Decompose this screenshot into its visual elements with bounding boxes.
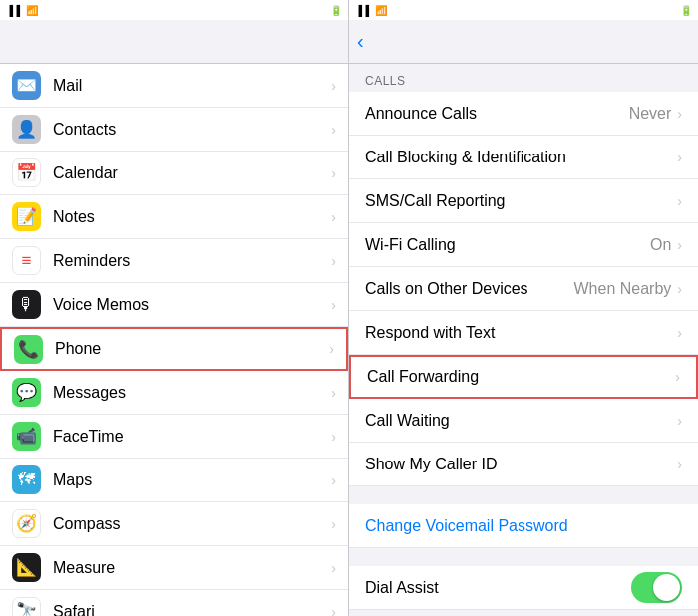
settings-item-reminders[interactable]: ≡ Reminders › <box>0 239 348 283</box>
phone-label-announce-calls: Announce Calls <box>365 105 629 123</box>
battery-right: 🔋 <box>677 5 692 16</box>
phone-item-call-forwarding[interactable]: Call Forwarding › <box>349 355 698 399</box>
settings-item-facetime[interactable]: 📹 FaceTime › <box>0 415 348 459</box>
phone-label-wifi-calling: Wi-Fi Calling <box>365 236 650 254</box>
chevron-compass: › <box>331 516 336 532</box>
label-voicememos: Voice Memos <box>53 296 331 314</box>
phone-label-calls-other-devices: Calls on Other Devices <box>365 280 574 298</box>
phone-item-wifi-calling[interactable]: Wi-Fi Calling On › <box>349 223 698 267</box>
settings-item-compass[interactable]: 🧭 Compass › <box>0 502 348 546</box>
label-calendar: Calendar <box>53 164 331 182</box>
phone-label-show-caller-id: Show My Caller ID <box>365 456 677 473</box>
section-gap-1 <box>349 486 698 504</box>
nav-bar-right: ‹ <box>349 20 698 64</box>
chevron-facetime: › <box>331 429 336 445</box>
icon-mail: ✉️ <box>12 71 41 100</box>
icon-reminders: ≡ <box>12 246 41 275</box>
phone-item-calls-other-devices[interactable]: Calls on Other Devices When Nearby › <box>349 267 698 311</box>
phone-chevron-announce-calls: › <box>677 106 682 122</box>
label-reminders: Reminders <box>53 252 331 270</box>
nav-bar-left <box>0 20 348 64</box>
phone-label-sms-call-reporting: SMS/Call Reporting <box>365 192 677 210</box>
chevron-maps: › <box>331 472 336 488</box>
label-facetime: FaceTime <box>53 428 331 446</box>
icon-phone: 📞 <box>14 335 43 364</box>
back-button[interactable]: ‹ <box>357 30 366 53</box>
label-safari: Safari <box>53 603 331 617</box>
dial-assist-toggle[interactable] <box>631 572 682 603</box>
phone-item-sms-call-reporting[interactable]: SMS/Call Reporting › <box>349 179 698 223</box>
chevron-phone: › <box>329 341 334 357</box>
phone-label-respond-with-text: Respond with Text <box>365 324 677 342</box>
label-compass: Compass <box>53 515 331 533</box>
label-maps: Maps <box>53 471 331 489</box>
phone-label-call-forwarding: Call Forwarding <box>367 368 675 386</box>
settings-item-messages[interactable]: 💬 Messages › <box>0 371 348 415</box>
chevron-notes: › <box>331 209 336 225</box>
status-bar-right: ▐▐ 📶 🔋 <box>349 0 698 20</box>
phone-chevron-sms-call-reporting: › <box>677 193 682 209</box>
settings-item-phone[interactable]: 📞 Phone › <box>0 327 348 371</box>
battery-icon-right: 🔋 <box>680 5 692 16</box>
label-mail: Mail <box>53 77 331 95</box>
phone-item-show-caller-id[interactable]: Show My Caller ID › <box>349 443 698 486</box>
chevron-measure: › <box>331 560 336 576</box>
dial-assist-toggle-container <box>631 572 682 603</box>
phone-label-call-waiting: Call Waiting <box>365 412 677 430</box>
chevron-calendar: › <box>331 165 336 181</box>
dial-assist-item[interactable]: Dial Assist <box>349 566 698 610</box>
settings-item-contacts[interactable]: 👤 Contacts › <box>0 108 348 152</box>
icon-safari: 🔭 <box>12 597 41 616</box>
chevron-mail: › <box>331 78 336 94</box>
section-gap-2 <box>349 548 698 566</box>
settings-item-safari[interactable]: 🔭 Safari › <box>0 590 348 616</box>
right-panel: ▐▐ 📶 🔋 ‹ CALLS Announce Calls Never › Ca… <box>349 0 698 616</box>
chevron-contacts: › <box>331 122 336 138</box>
phone-value-wifi-calling: On <box>650 236 671 254</box>
icon-notes: 📝 <box>12 202 41 231</box>
section-header-calls: CALLS <box>349 64 698 92</box>
voicemail-password-item[interactable]: Change Voicemail Password <box>349 504 698 548</box>
status-bar-left: ▐▐ 📶 🔋 <box>0 0 348 20</box>
phone-value-announce-calls: Never <box>629 105 672 123</box>
settings-item-maps[interactable]: 🗺 Maps › <box>0 459 348 502</box>
battery-icon-left: 🔋 <box>330 5 342 16</box>
voicemail-label: Change Voicemail Password <box>365 517 568 535</box>
back-chevron-icon: ‹ <box>357 30 364 53</box>
carrier-left: ▐▐ 📶 <box>6 5 38 16</box>
label-messages: Messages <box>53 384 331 402</box>
phone-chevron-wifi-calling: › <box>677 237 682 253</box>
wifi-icon-right: 📶 <box>375 5 387 16</box>
label-measure: Measure <box>53 559 331 577</box>
icon-facetime: 📹 <box>12 422 41 451</box>
dial-assist-label: Dial Assist <box>365 579 631 597</box>
phone-chevron-respond-with-text: › <box>677 325 682 341</box>
phone-label-call-blocking: Call Blocking & Identification <box>365 149 677 166</box>
phone-item-respond-with-text[interactable]: Respond with Text › <box>349 311 698 355</box>
icon-measure: 📐 <box>12 553 41 582</box>
chevron-reminders: › <box>331 253 336 269</box>
icon-contacts: 👤 <box>12 115 41 144</box>
left-panel: ▐▐ 📶 🔋 ✉️ Mail › 👤 Contacts › 📅 Calendar… <box>0 0 349 616</box>
label-notes: Notes <box>53 208 331 226</box>
chevron-messages: › <box>331 385 336 401</box>
signal-icon: ▐▐ <box>6 5 20 16</box>
phone-item-announce-calls[interactable]: Announce Calls Never › <box>349 92 698 136</box>
phone-item-call-blocking[interactable]: Call Blocking & Identification › <box>349 136 698 179</box>
phone-chevron-calls-other-devices: › <box>677 281 682 297</box>
phone-chevron-call-waiting: › <box>677 413 682 429</box>
chevron-voicememos: › <box>331 297 336 313</box>
wifi-icon-left: 📶 <box>26 5 38 16</box>
carrier-right: ▐▐ 📶 <box>355 5 387 16</box>
settings-item-notes[interactable]: 📝 Notes › <box>0 195 348 239</box>
toggle-knob <box>653 574 680 601</box>
settings-item-measure[interactable]: 📐 Measure › <box>0 546 348 590</box>
signal-icon-right: ▐▐ <box>355 5 369 16</box>
settings-item-mail[interactable]: ✉️ Mail › <box>0 64 348 108</box>
phone-list: CALLS Announce Calls Never › Call Blocki… <box>349 64 698 616</box>
settings-item-voicememos[interactable]: 🎙 Voice Memos › <box>0 283 348 327</box>
phone-chevron-show-caller-id: › <box>677 457 682 472</box>
phone-item-call-waiting[interactable]: Call Waiting › <box>349 399 698 443</box>
settings-item-calendar[interactable]: 📅 Calendar › <box>0 152 348 195</box>
phone-value-calls-other-devices: When Nearby <box>574 280 672 298</box>
